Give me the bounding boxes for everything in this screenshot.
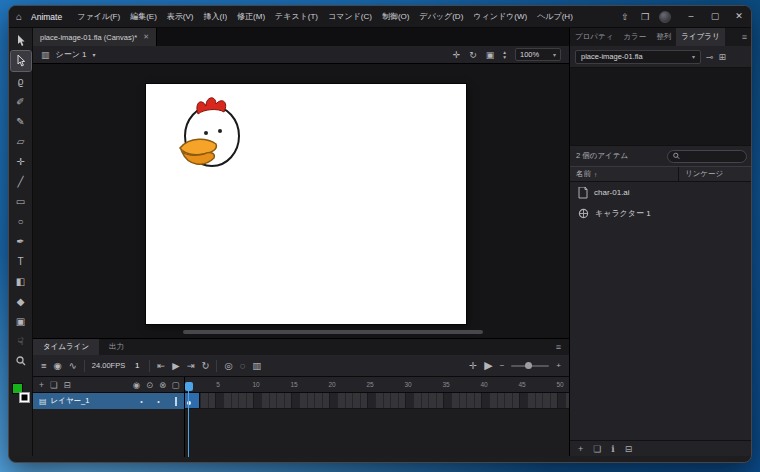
tab-align[interactable]: 整列 bbox=[651, 28, 676, 46]
tab-timeline[interactable]: タイムライン bbox=[33, 339, 99, 355]
timeline-camera-icon[interactable]: ◉ bbox=[54, 360, 62, 371]
rectangle-tool[interactable]: ▭ bbox=[11, 191, 31, 211]
layer-name[interactable]: レイヤー_1 bbox=[51, 396, 114, 406]
onion-skin-icon[interactable]: ◎ bbox=[224, 360, 232, 371]
stroke-color-swatch[interactable] bbox=[19, 392, 30, 403]
column-linkage[interactable]: リンケージ bbox=[685, 169, 747, 179]
center-stage-icon[interactable]: ✛ bbox=[453, 50, 461, 60]
maximize-button[interactable]: ▢ bbox=[703, 6, 727, 27]
timeline-zoom-in-icon[interactable]: + bbox=[556, 361, 561, 370]
oval-tool[interactable]: ○ bbox=[11, 211, 31, 231]
eraser-tool[interactable]: ▱ bbox=[11, 131, 31, 151]
menu-control[interactable]: 制御(O) bbox=[377, 6, 415, 27]
profile-icon[interactable] bbox=[659, 11, 671, 23]
menu-edit[interactable]: 編集(E) bbox=[125, 6, 162, 27]
pin-library-icon[interactable]: ⊸ bbox=[706, 52, 714, 62]
camera-column-icon[interactable]: ◉ bbox=[130, 380, 143, 390]
classic-brush-tool[interactable]: ✎ bbox=[11, 111, 31, 131]
menu-help[interactable]: ヘルプ(H) bbox=[532, 6, 578, 27]
home-icon[interactable]: ⌂ bbox=[9, 11, 29, 22]
tab-output[interactable]: 出力 bbox=[99, 339, 134, 355]
new-symbol-icon[interactable]: + bbox=[578, 444, 583, 454]
new-library-panel-icon[interactable]: ⊞ bbox=[719, 52, 727, 62]
tab-color[interactable]: カラー bbox=[618, 28, 651, 46]
eyedropper-tool[interactable]: ◆ bbox=[11, 291, 31, 311]
edit-multiple-frames-icon[interactable]: ▥ bbox=[252, 360, 261, 371]
library-panel-menu-icon[interactable]: ≡ bbox=[736, 28, 752, 46]
clip-content-icon[interactable]: ▣ bbox=[486, 50, 495, 60]
fluid-brush-tool[interactable]: ✐ bbox=[11, 91, 31, 111]
selection-tool[interactable] bbox=[11, 31, 31, 51]
stage[interactable] bbox=[146, 84, 466, 324]
text-tool[interactable]: T bbox=[11, 251, 31, 271]
column-name[interactable]: 名前 bbox=[576, 169, 591, 179]
scene-name[interactable]: シーン 1 bbox=[56, 49, 87, 60]
onion-outline-icon[interactable]: ◌ bbox=[240, 360, 246, 371]
rotate-stage-icon[interactable]: ↻ bbox=[469, 50, 477, 60]
chicken-artwork[interactable] bbox=[146, 84, 466, 324]
document-tab[interactable]: place-image-01.fla (Canvas)* ✕ bbox=[33, 28, 157, 46]
library-document-select[interactable]: place-image-01.fla ▾ bbox=[575, 50, 701, 64]
frame-graph-icon[interactable]: ∿ bbox=[69, 360, 77, 371]
layer-outline-toggle[interactable] bbox=[169, 398, 182, 405]
library-item-character1[interactable]: キャラクター 1 bbox=[570, 203, 752, 224]
menu-view[interactable]: 表示(V) bbox=[162, 6, 199, 27]
library-search[interactable] bbox=[667, 150, 747, 163]
close-button[interactable]: ✕ bbox=[727, 6, 751, 27]
layer-hierarchy-icon[interactable]: ≡ bbox=[41, 360, 47, 371]
asset-warp-tool[interactable]: ✛ bbox=[11, 151, 31, 171]
tab-properties[interactable]: プロパティ bbox=[570, 28, 618, 46]
camera-tool[interactable]: ▣ bbox=[11, 311, 31, 331]
tab-close-icon[interactable]: ✕ bbox=[143, 33, 149, 41]
current-frame[interactable]: 1 bbox=[132, 361, 142, 370]
frame-ruler[interactable]: 5 10 15 20 25 30 35 40 45 50 bbox=[185, 377, 569, 393]
hand-tool[interactable]: ☟ bbox=[11, 331, 31, 351]
layer-lock-toggle[interactable]: • bbox=[152, 398, 165, 405]
menu-insert[interactable]: 挿入(I) bbox=[199, 6, 233, 27]
stepper-down-icon[interactable]: ▾ bbox=[503, 55, 506, 60]
outline-column-icon[interactable]: ▢ bbox=[169, 380, 182, 390]
step-forward-icon[interactable]: ⇥ bbox=[186, 360, 194, 371]
paint-bucket-tool[interactable]: ◧ bbox=[11, 271, 31, 291]
library-item-char01[interactable]: char-01.ai bbox=[570, 182, 752, 203]
workspace-icon[interactable]: ❒ bbox=[635, 12, 655, 22]
play-icon[interactable]: ▶ bbox=[172, 360, 179, 371]
visibility-column-icon[interactable]: ⊙ bbox=[143, 380, 156, 390]
item-properties-icon[interactable]: ℹ bbox=[611, 444, 614, 454]
tab-library[interactable]: ライブラリ bbox=[676, 28, 724, 46]
share-icon[interactable]: ⇧ bbox=[615, 12, 635, 22]
lasso-tool[interactable]: ϱ bbox=[11, 71, 31, 91]
new-folder-icon[interactable]: ❏ bbox=[50, 380, 58, 390]
layer-frames-row[interactable] bbox=[185, 393, 569, 409]
delete-layer-icon[interactable]: ⊟ bbox=[64, 380, 71, 390]
subselection-tool[interactable] bbox=[11, 51, 31, 71]
minimize-button[interactable]: – bbox=[679, 6, 703, 27]
menu-file[interactable]: ファイル(F) bbox=[72, 6, 125, 27]
playhead-marker[interactable] bbox=[185, 382, 193, 391]
zoom-tool[interactable] bbox=[11, 351, 31, 371]
delete-item-icon[interactable]: ⊟ bbox=[625, 444, 633, 454]
loop-icon[interactable]: ↻ bbox=[201, 360, 209, 371]
timeline-zoom-out-icon[interactable]: − bbox=[500, 361, 505, 370]
add-layer-icon[interactable]: + bbox=[39, 380, 44, 390]
lock-column-icon[interactable]: ⊗ bbox=[156, 380, 169, 390]
zoom-select[interactable]: 100% ▾ bbox=[515, 48, 561, 61]
library-search-input[interactable] bbox=[683, 153, 741, 160]
frames-area[interactable]: 5 10 15 20 25 30 35 40 45 50 bbox=[185, 377, 569, 457]
layer-row[interactable]: ▤ レイヤー_1 • • bbox=[33, 393, 184, 409]
layer-visibility-toggle[interactable]: • bbox=[135, 398, 148, 405]
menu-text[interactable]: テキスト(T) bbox=[270, 6, 323, 27]
zoom-stepper[interactable]: ▴ ▾ bbox=[503, 50, 506, 59]
fps-value[interactable]: 24.00FPS bbox=[92, 361, 125, 370]
line-tool[interactable]: ╱ bbox=[11, 171, 31, 191]
center-playhead-icon[interactable]: ✛ bbox=[469, 360, 477, 371]
step-back-icon[interactable]: ⇤ bbox=[157, 360, 165, 371]
menu-commands[interactable]: コマンド(C) bbox=[323, 6, 377, 27]
timeline-zoom-slider[interactable] bbox=[511, 365, 549, 367]
pen-tool[interactable]: ✒ bbox=[11, 231, 31, 251]
timeline-panel-menu-icon[interactable]: ≡ bbox=[548, 339, 569, 355]
canvas-horizontal-scrollbar[interactable] bbox=[183, 330, 483, 334]
library-new-folder-icon[interactable]: ❏ bbox=[593, 444, 601, 454]
timeline-play-button[interactable]: ▶ bbox=[484, 359, 492, 372]
pasteboard[interactable] bbox=[33, 64, 569, 338]
